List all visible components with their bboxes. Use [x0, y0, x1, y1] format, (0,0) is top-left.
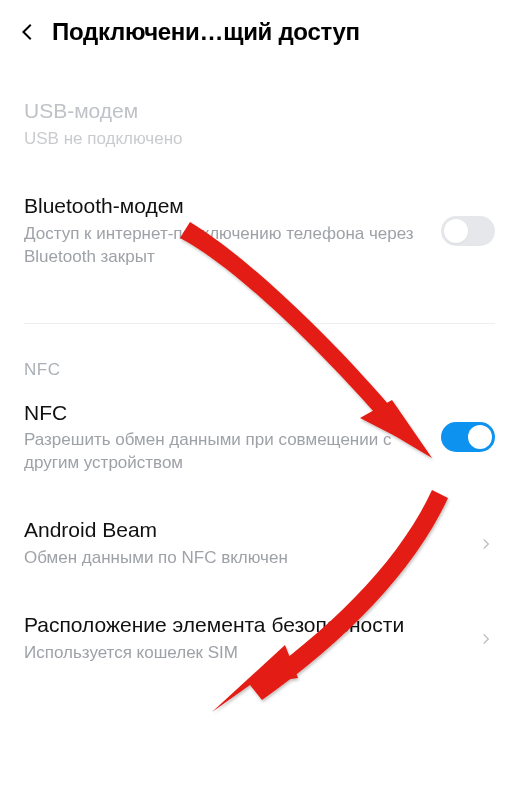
- page-title: Подключени…щий доступ: [52, 18, 360, 46]
- item-security-element[interactable]: Расположение элемента безопасности Испол…: [24, 584, 495, 679]
- security-element-subtitle: Используется кошелек SIM: [24, 642, 461, 665]
- settings-list: USB-модем USB не подключено Bluetooth-мо…: [0, 70, 519, 679]
- bluetooth-modem-toggle[interactable]: [441, 216, 495, 246]
- item-nfc[interactable]: NFC Разрешить обмен данными при совмещен…: [24, 386, 495, 490]
- bluetooth-modem-title: Bluetooth-модем: [24, 193, 425, 220]
- back-icon[interactable]: [10, 14, 46, 50]
- item-android-beam[interactable]: Android Beam Обмен данными по NFC включе…: [24, 489, 495, 584]
- section-divider: [24, 283, 495, 324]
- usb-modem-title: USB-модем: [24, 98, 495, 125]
- security-element-title: Расположение элемента безопасности: [24, 612, 461, 639]
- app-header: Подключени…щий доступ: [0, 0, 519, 70]
- chevron-right-icon: [477, 630, 495, 648]
- bluetooth-modem-subtitle: Доступ к интернет-подключению телефона ч…: [24, 223, 425, 269]
- android-beam-subtitle: Обмен данными по NFC включен: [24, 547, 461, 570]
- nfc-title: NFC: [24, 400, 425, 427]
- usb-modem-subtitle: USB не подключено: [24, 128, 495, 151]
- section-label-nfc: NFC: [24, 324, 495, 386]
- item-bluetooth-modem[interactable]: Bluetooth-модем Доступ к интернет-подклю…: [24, 165, 495, 283]
- nfc-subtitle: Разрешить обмен данными при совмещении с…: [24, 429, 425, 475]
- chevron-right-icon: [477, 535, 495, 553]
- item-usb-modem: USB-модем USB не подключено: [24, 70, 495, 165]
- nfc-toggle[interactable]: [441, 422, 495, 452]
- android-beam-title: Android Beam: [24, 517, 461, 544]
